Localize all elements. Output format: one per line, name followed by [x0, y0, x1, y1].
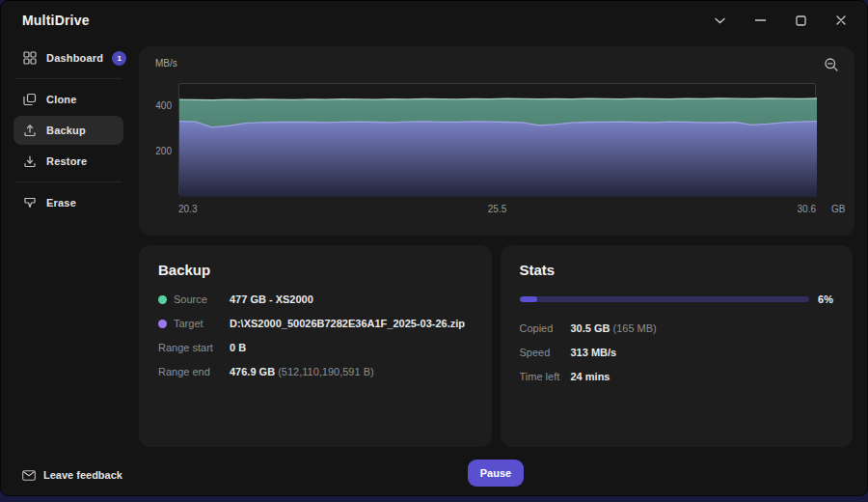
range-start-row: Range start 0 B — [158, 342, 473, 353]
restore-download-icon — [23, 154, 38, 169]
app-window: MultiDrive Dashboard 1 — [0, 0, 868, 496]
dashboard-grid-icon — [23, 51, 38, 66]
target-label: Target — [158, 318, 230, 329]
clone-copy-icon — [23, 93, 38, 107]
source-label: Source — [158, 293, 230, 305]
backup-upload-icon — [23, 124, 38, 138]
copied-row: Copied 30.5 GB (165 MB) — [520, 322, 834, 334]
sidebar-item-backup[interactable]: Backup — [14, 116, 123, 145]
speed-value: 313 MB/s — [571, 347, 834, 358]
x-axis-tick: 25.5 — [488, 204, 506, 214]
progress-bar-fill — [520, 296, 537, 302]
progress-percent: 6% — [818, 293, 833, 305]
time-left-row: Time left 24 mins — [520, 371, 834, 382]
speed-label: Speed — [520, 347, 571, 358]
sidebar-item-label: Erase — [46, 197, 114, 209]
range-end-bytes: (512,110,190,591 B) — [278, 366, 373, 377]
speed-row: Speed 313 MB/s — [520, 347, 834, 358]
x-axis-unit-label: GB — [831, 204, 845, 214]
progress-row: 6% — [520, 293, 834, 305]
copied-delta: (165 MB) — [613, 322, 657, 334]
source-row: Source 477 GB - XS2000 — [158, 293, 473, 305]
sidebar-item-label: Restore — [46, 155, 114, 167]
x-axis-tick: 30.6 — [798, 204, 816, 214]
time-left-value: 24 mins — [571, 371, 834, 382]
plot-box — [178, 83, 816, 196]
target-row: Target D:\XS2000_50026B7282E36A1F_2025-0… — [158, 318, 473, 329]
titlebar: MultiDrive — [1, 1, 867, 40]
range-end-row: Range end 476.9 GB (512,110,190,591 B) — [158, 366, 473, 377]
close-button[interactable] — [830, 10, 852, 31]
sidebar-item-dashboard[interactable]: Dashboard 1 — [14, 43, 123, 72]
copied-label: Copied — [520, 322, 571, 334]
plot-area: 400 200 — [178, 83, 816, 196]
backup-card: Backup Source 477 GB - XS2000 Target D:\… — [139, 245, 492, 447]
y-axis-tick: 400 — [143, 100, 172, 111]
range-end-label: Range end — [158, 366, 230, 377]
y-axis-unit-label: MB/s — [155, 58, 177, 69]
range-start-label: Range start — [158, 342, 230, 353]
sidebar-item-label: Dashboard — [46, 52, 103, 64]
main-content: MB/s 400 200 20.3 25.5 30.6 GB — [136, 40, 867, 447]
range-end-value: 476.9 GB (512,110,190,591 B) — [230, 366, 473, 377]
copied-value: 30.5 GB (165 MB) — [571, 322, 834, 334]
app-title: MultiDrive — [22, 13, 90, 28]
stats-card: Stats 6% Copied 30.5 GB (165 MB) Speed — [501, 245, 854, 447]
leave-feedback-link[interactable]: Leave feedback — [22, 469, 122, 481]
sidebar-item-restore[interactable]: Restore — [14, 147, 123, 176]
pause-button[interactable]: Pause — [468, 460, 524, 487]
dashboard-badge: 1 — [112, 51, 126, 66]
area-chart-svg — [179, 84, 817, 197]
footer-bar: Leave feedback Pause — [1, 447, 867, 495]
sidebar-divider — [15, 78, 122, 79]
range-start-value: 0 B — [230, 342, 473, 353]
sidebar-item-erase[interactable]: Erase — [14, 188, 123, 217]
x-axis-tick: 20.3 — [178, 204, 197, 214]
stats-card-title: Stats — [520, 262, 834, 278]
speed-chart-panel: MB/s 400 200 20.3 25.5 30.6 GB — [139, 46, 854, 236]
progress-bar — [520, 296, 810, 302]
envelope-icon — [22, 470, 36, 481]
sidebar-item-label: Clone — [46, 94, 114, 105]
target-dot-icon — [158, 320, 167, 328]
target-value: D:\XS2000_50026B7282E36A1F_2025-03-26.zi… — [230, 318, 473, 329]
chevron-down-icon[interactable] — [709, 10, 730, 31]
zoom-out-icon[interactable] — [822, 55, 841, 74]
x-axis-ticks: 20.3 25.5 30.6 — [178, 204, 816, 214]
window-controls — [709, 10, 852, 31]
sidebar: Dashboard 1 Clone Backup Restore — [1, 40, 136, 447]
erase-wiper-icon — [23, 196, 38, 210]
minimize-button[interactable] — [749, 10, 771, 31]
sidebar-divider — [15, 181, 122, 182]
sidebar-item-clone[interactable]: Clone — [14, 85, 123, 114]
maximize-button[interactable] — [790, 10, 811, 31]
source-dot-icon — [158, 295, 167, 304]
sidebar-item-label: Backup — [46, 125, 114, 136]
backup-card-title: Backup — [158, 262, 473, 278]
y-axis-tick: 200 — [143, 146, 172, 156]
cards-row: Backup Source 477 GB - XS2000 Target D:\… — [139, 245, 853, 447]
time-left-label: Time left — [520, 371, 571, 382]
leave-feedback-label: Leave feedback — [43, 469, 122, 481]
source-value: 477 GB - XS2000 — [230, 293, 473, 305]
